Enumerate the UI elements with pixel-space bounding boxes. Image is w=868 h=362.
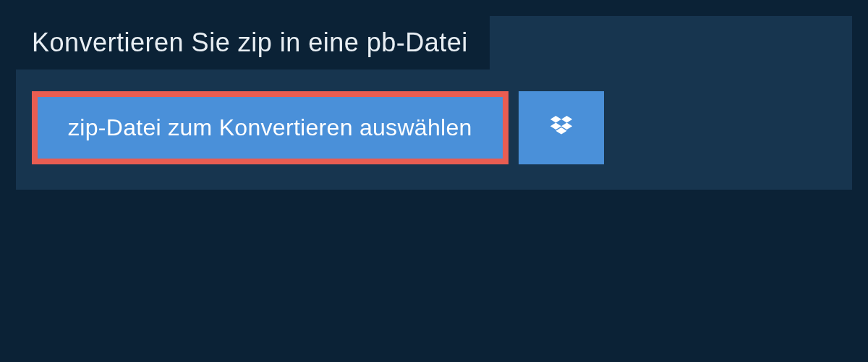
button-row: zip-Datei zum Konvertieren auswählen <box>16 70 852 164</box>
dropbox-button[interactable] <box>519 91 604 164</box>
page-title: Konvertieren Sie zip in eine pb-Datei <box>32 28 468 57</box>
select-file-label: zip-Datei zum Konvertieren auswählen <box>68 114 472 141</box>
dropbox-icon <box>548 114 575 142</box>
converter-panel: Konvertieren Sie zip in eine pb-Datei zi… <box>16 16 852 190</box>
title-bar: Konvertieren Sie zip in eine pb-Datei <box>16 16 490 70</box>
select-file-button[interactable]: zip-Datei zum Konvertieren auswählen <box>32 91 509 164</box>
